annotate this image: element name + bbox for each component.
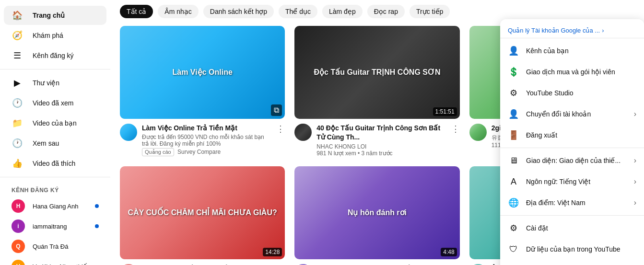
sidebar-item-liked[interactable]: 👍 Video đã thích [4, 154, 106, 173]
filter-chip[interactable]: Âm nhạc [158, 5, 198, 18]
dropdown-item-transactions[interactable]: 💲 Giao dịch mua và gói hội viên [500, 61, 644, 82]
sidebar-item-library[interactable]: ▶ Thư viện [4, 73, 106, 92]
switch-icon: 👤 [508, 108, 519, 120]
channel-item[interactable]: Q Quán Trà Đá [4, 237, 106, 256]
dropdown-top: Quản lý Tài khoản Google của ... › [500, 23, 644, 38]
thumbnail-text: Làm Việc Online [169, 64, 236, 81]
channel-name: iammaitrang [33, 223, 87, 230]
studio-icon: ⚙ [508, 87, 519, 99]
manage-account-link[interactable]: Quản lý Tài khoản Google của ... › [508, 27, 636, 34]
video-details: Làm Việc Online Trả Tiền Mặt Được trả đế… [142, 124, 271, 157]
your-videos-icon: 📁 [12, 117, 23, 129]
sidebar-item-watch-later[interactable]: 🕐 Xem sau [4, 134, 106, 153]
subscriptions-section-title: KÊNH ĐĂNG KÝ [0, 181, 110, 196]
dropdown-item-settings[interactable]: ⚙ Cài đặt [500, 218, 644, 239]
filter-chip[interactable]: Danh sách kết hợp [203, 5, 274, 18]
channel-thumbnail [469, 124, 487, 141]
menu-item-label: Kênh của bạn [526, 47, 636, 55]
filter-chip[interactable]: Làm đẹp [322, 5, 363, 18]
menu-divider [500, 148, 644, 148]
video-info: 40 Độc Tấu Guitar Trịnh Công Sơn Bất Tử … [294, 124, 459, 157]
transactions-icon: 💲 [508, 66, 519, 78]
menu-item-label: YouTube Studio [526, 89, 636, 97]
signout-icon: 🚪 [508, 129, 519, 141]
channel-name: Hana Giang Anh [33, 203, 87, 210]
menu-item-label: Giao diện: Giao diện của thiế... [526, 157, 627, 164]
video-card[interactable]: Nụ hôn đánh rơi 4:48 Nụ Hôn Đánh Rơi - H… [294, 166, 459, 265]
thumbnail-text: CÀY CUỐC CHĂM CHỈ MÃI CHƯA GIÀU? [124, 204, 281, 221]
channel-avatar: Q [12, 240, 25, 253]
external-link-icon: ⧉ [271, 104, 282, 116]
more-options-button[interactable]: ⋮ [276, 124, 285, 133]
channel-icon: 👤 [508, 45, 519, 57]
sidebar-item-label: Kênh đăng ký [33, 52, 74, 59]
filter-chip[interactable]: Tất cả [120, 5, 153, 18]
history-icon: 🕐 [12, 97, 23, 109]
channel-item[interactable]: H Hana Giang Anh [4, 196, 106, 216]
dropdown-item-signout[interactable]: 🚪 Đăng xuất [500, 125, 644, 146]
channel-item[interactable]: i iammaitrang [4, 217, 106, 236]
video-card[interactable]: CÀY CUỐC CHĂM CHỈ MÃI CHƯA GIÀU? 14:28 T… [120, 166, 285, 265]
sidebar-item-your-videos[interactable]: 📁 Video của bạn [4, 114, 106, 133]
video-title: Làm Việc Online Trả Tiền Mặt [142, 124, 271, 133]
location-icon: 🌐 [508, 197, 519, 208]
dropdown-item-language[interactable]: A Ngôn ngữ: Tiếng Việt › [500, 171, 644, 192]
more-options-button[interactable]: ⋮ [451, 124, 460, 133]
menu-item-label: Giao dịch mua và gói hội viên [526, 68, 636, 76]
chevron-right-icon: › [634, 156, 636, 165]
sidebar-item-history[interactable]: 🕐 Video đã xem [4, 93, 106, 113]
video-thumbnail: Nụ hôn đánh rơi 4:48 [294, 166, 459, 259]
dropdown-item-studio[interactable]: ⚙ YouTube Studio [500, 82, 644, 104]
sidebar-item-label: Xem sau [33, 139, 59, 147]
channel-avatar: H [12, 199, 25, 213]
settings-icon: ⚙ [508, 222, 519, 234]
subscriptions-icon: ☰ [12, 50, 23, 61]
channel-thumbnail [294, 124, 312, 141]
channel-item[interactable]: V Vn Kids - Nhạc thiếu ... [4, 257, 106, 265]
chevron-right-icon: › [634, 198, 636, 207]
liked-icon: 👍 [12, 158, 23, 169]
sidebar-item-label: Video của bạn [33, 119, 77, 127]
dropdown-item-data[interactable]: 🛡 Dữ liệu của bạn trong YouTube [500, 239, 644, 260]
user-dropdown-menu: Quản lý Tài khoản Google của ... › 👤 Kên… [500, 19, 644, 265]
duration-badge: 14:28 [263, 248, 282, 256]
menu-item-label: Dữ liệu của bạn trong YouTube [526, 245, 636, 253]
sidebar-item-label: Video đã thích [33, 160, 75, 167]
sidebar-item-explore[interactable]: 🧭 Khám phá [4, 26, 106, 45]
video-description: Được trả đến 95000 VND cho mỗi khảo sát … [142, 134, 271, 147]
video-meta: Quảng cáo Survey Compare [142, 148, 271, 156]
data-icon: 🛡 [508, 243, 519, 255]
dropdown-item-help[interactable]: ❓ Trợ giúp [500, 260, 644, 265]
sidebar-item-label: Trang chủ [33, 12, 65, 19]
chevron-right-icon: › [634, 177, 636, 186]
sidebar-item-label: Video đã xem [33, 99, 73, 107]
video-thumbnail: Độc Tấu Guitar TRỊNH CÔNG SƠN 1:51:51 [294, 26, 459, 119]
video-card[interactable]: Làm Việc Online ⧉ Làm Việc Online Trả Ti… [120, 26, 285, 157]
channel-name: Vn Kids - Nhạc thiếu ... [33, 263, 99, 265]
sidebar-item-home[interactable]: 🏠 Trang chủ [4, 6, 106, 25]
sidebar: 🏠 Trang chủ 🧭 Khám phá ☰ Kênh đăng ký ▶ … [0, 0, 110, 265]
menu-item-label: Ngôn ngữ: Tiếng Việt [526, 178, 627, 185]
filter-bar: Tất cảÂm nhạcDanh sách kết hợpThể dụcLàm… [120, 5, 634, 18]
video-info: Làm Việc Online Trả Tiền Mặt Được trả đế… [120, 124, 285, 157]
ad-badge: Quảng cáo [142, 148, 174, 156]
duration-badge: 4:48 [441, 248, 457, 256]
dropdown-item-channel[interactable]: 👤 Kênh của bạn [500, 40, 644, 61]
sidebar-item-subscriptions[interactable]: ☰ Kênh đăng ký [4, 46, 106, 65]
video-title: 40 Độc Tấu Guitar Trịnh Công Sơn Bất Tử … [316, 124, 446, 142]
sidebar-item-label: Khám phá [33, 32, 63, 39]
filter-chip[interactable]: Trực tiếp [410, 5, 450, 18]
filter-chip[interactable]: Thể dục [279, 5, 317, 18]
dropdown-item-location[interactable]: 🌐 Địa điểm: Việt Nam › [500, 192, 644, 213]
duration-badge: 1:51:51 [433, 107, 457, 116]
filter-chip[interactable]: Đọc rap [367, 5, 405, 18]
chevron-right-icon: › [602, 27, 604, 34]
video-meta: NHAC KHONG LOI981 N lượt xem • 3 năm trư… [316, 143, 446, 157]
video-card[interactable]: Độc Tấu Guitar TRỊNH CÔNG SƠN 1:51:51 40… [294, 26, 459, 157]
channel-name: Quán Trà Đá [33, 243, 99, 250]
dropdown-item-appearance[interactable]: 🖥 Giao diện: Giao diện của thiế... › [500, 150, 644, 171]
language-icon: A [508, 176, 519, 187]
dropdown-item-switch[interactable]: 👤 Chuyển đổi tài khoản › [500, 104, 644, 125]
explore-icon: 🧭 [12, 30, 23, 41]
chevron-right-icon: › [634, 110, 636, 118]
